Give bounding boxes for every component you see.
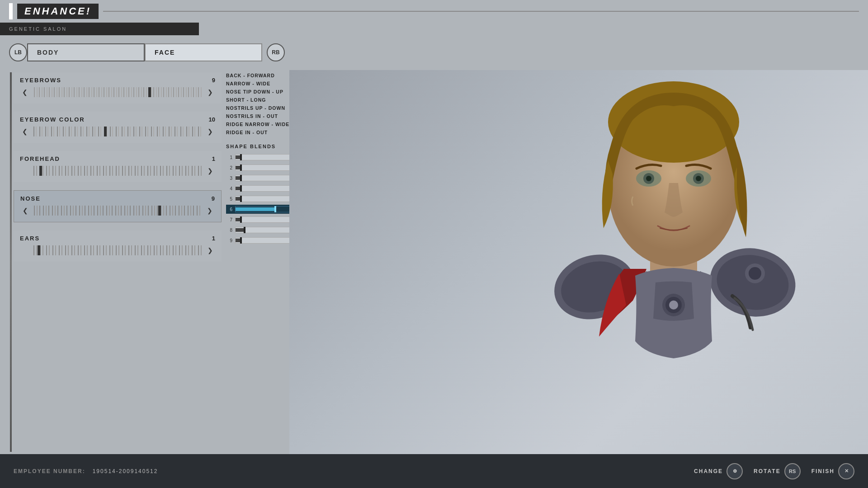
svg-point-9 [696,176,701,181]
eyebrow-color-track[interactable] [33,127,203,136]
blend-thumb-4 [240,185,242,192]
eyebrows-prev[interactable]: ❮ [20,87,30,97]
blend-thumb-3 [240,175,242,181]
logo-line [103,11,859,12]
forehead-title: FOREHEAD [20,155,60,162]
ears-value: 1 [212,235,215,242]
rotate-action[interactable]: ROTATE RS [754,463,801,479]
eyebrows-thumb [148,87,151,97]
ears-track[interactable] [33,245,203,255]
section-forehead: FOREHEAD 1 ❯ [14,151,222,182]
eyebrows-value: 9 [212,77,215,84]
svg-point-8 [646,176,651,181]
ears-next[interactable]: ❯ [205,245,215,255]
forehead-value: 1 [212,155,215,162]
blend-num-8: 8 [228,228,232,233]
left-accent [10,72,12,452]
rotate-icon: RS [784,463,801,479]
nose-next[interactable]: ❯ [205,206,215,216]
logo-accent [9,3,13,19]
blend-thumb-6 [274,206,276,212]
nose-slider-row: ❮ ❯ [20,206,215,216]
section-ears: EARS 1 ❯ [14,230,222,262]
eyebrow-color-slider-row: ❮ ❯ [20,127,215,136]
forehead-slider-row: ❯ [20,166,215,176]
eyebrows-track[interactable] [33,87,203,97]
forehead-header: FOREHEAD 1 [20,155,215,162]
character-preview [515,70,832,454]
rb-button[interactable]: RB [267,43,285,61]
rotate-label: ROTATE [754,468,781,474]
logo-bar: ENhANCE! [0,0,868,23]
nose-value: 9 [212,195,215,202]
tab-face[interactable]: FACE [145,43,262,61]
eyebrows-slider-row: ❮ ❯ [20,87,215,97]
blend-thumb-5 [240,196,242,202]
eyebrow-color-next[interactable]: ❯ [205,127,215,136]
blend-num-4: 4 [228,186,232,191]
eyebrow-color-header: EYEBROW COLOR 10 [20,116,215,123]
nose-title: NOSE [20,195,41,202]
employee-number: 190514-2009140512 [93,468,158,474]
svg-point-16 [669,300,678,310]
blend-thumb-7 [240,216,242,223]
nose-header: NOSE 9 [20,195,215,202]
change-label: CHANGE [694,468,723,474]
blend-thumb-8 [244,227,245,233]
tab-body[interactable]: BODY [27,43,145,61]
ears-header: EARS 1 [20,235,215,242]
eyebrow-color-thumb [104,127,107,136]
blend-thumb-1 [240,154,242,160]
change-icon: ⊕ [726,463,743,479]
subtitle-bar: GENETIC SALON [0,23,199,35]
ears-thumb [38,245,40,255]
blend-thumb-9 [240,237,242,244]
eyebrows-header: EYEBROWS 9 [20,77,215,84]
blend-num-5: 5 [228,197,232,202]
section-eyebrow-color: EYEBROW COLOR 10 ❮ ❯ [14,112,222,143]
blend-thumb-2 [240,164,242,171]
eyebrow-color-title: EYEBROW COLOR [20,116,85,123]
ears-title: EARS [20,235,40,242]
nose-prev[interactable]: ❮ [20,206,30,216]
nose-thumb [158,206,161,216]
preview-area [289,70,868,454]
finish-label: FINISH [811,468,835,474]
eyebrow-color-value: 10 [209,116,215,123]
ears-slider-row: ❯ [20,245,215,255]
blend-num-7: 7 [228,217,232,222]
blend-num-3: 3 [228,176,232,181]
svg-point-19 [749,267,761,280]
eyebrows-title: EYEBROWS [20,77,61,84]
eyebrows-next[interactable]: ❯ [205,87,215,97]
left-panel: EYEBROWS 9 ❮ ❯ EYEBROW COLOR 10 ❮ ❯ FORE… [14,72,222,452]
finish-icon: ✕ [838,463,854,479]
change-action[interactable]: CHANGE ⊕ [694,463,743,479]
subtitle-text: GENETIC SALON [9,26,67,32]
finish-action[interactable]: FINISH ✕ [811,463,854,479]
section-nose: NOSE 9 ❮ ❯ [14,190,222,222]
section-eyebrows: EYEBROWS 9 ❮ ❯ [14,72,222,103]
employee-label: EMPLOYEE NUMBER: [14,468,85,474]
forehead-track[interactable] [33,166,203,176]
lb-button[interactable]: LB [9,43,27,61]
nav-tabs: LB BODY FACE RB [0,41,868,64]
bottom-actions: CHANGE ⊕ ROTATE RS FINISH ✕ [694,463,854,479]
header: ENhANCE! GENETIC SALON [0,0,868,41]
blend-fill-6 [236,207,276,211]
blend-num-2: 2 [228,165,232,170]
forehead-next[interactable]: ❯ [205,166,215,176]
logo-text: ENhANCE! [17,4,99,19]
blend-num-6: 6 [228,207,232,212]
nose-track[interactable] [33,206,202,216]
forehead-thumb [39,166,42,176]
blend-num-1: 1 [228,155,232,160]
blend-num-9: 9 [228,238,232,243]
eyebrow-color-prev[interactable]: ❮ [20,127,30,136]
bottom-bar: EMPLOYEE NUMBER: 190514-2009140512 CHANG… [0,454,868,488]
